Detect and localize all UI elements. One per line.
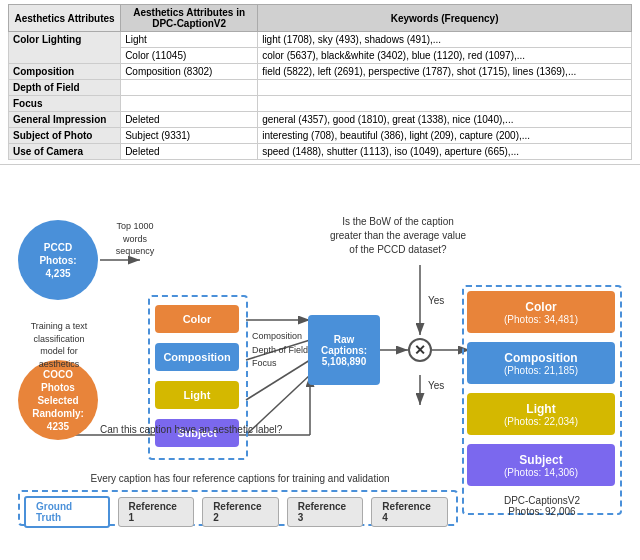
kw-light: light (1708), sky (493), shadows (491),.…	[258, 32, 632, 48]
table-row-section: Focus	[9, 96, 632, 112]
table-row-section: Composition Composition (8302) field (58…	[9, 64, 632, 80]
kw-camera: speed (1488), shutter (1113), iso (1049)…	[258, 144, 632, 160]
kw-dof	[258, 80, 632, 96]
sub-camera: Deleted	[121, 144, 258, 160]
attr-focus: Focus	[9, 96, 121, 112]
diagram-section: PCCD Photos: 4,235 COCO Photos Selected …	[0, 165, 640, 555]
reference-boxes-container: Ground Truth Reference 1 Reference 2 Ref…	[18, 490, 458, 526]
yes-label-bottom: Yes	[428, 380, 444, 391]
kw-subject: interesting (708), beautiful (386), ligh…	[258, 128, 632, 144]
kw-composition: field (5822), left (2691), perspective (…	[258, 64, 632, 80]
result-color-box: Color (Photos: 34,481)	[467, 291, 615, 333]
attr-general: General Impression	[9, 112, 121, 128]
sub-focus	[121, 96, 258, 112]
sub-dof	[121, 80, 258, 96]
kw-general: general (4357), good (1810), great (1338…	[258, 112, 632, 128]
composition-label-box: Composition	[155, 343, 239, 371]
table-row: Subject of Photo Subject (9331) interest…	[9, 128, 632, 144]
reference2-box: Reference 2	[202, 497, 279, 527]
bottom-note: Every caption has four reference caption…	[25, 473, 455, 484]
reference4-box: Reference 4	[371, 497, 448, 527]
light-label-box: Light	[155, 381, 239, 409]
top1000-label: Top 1000wordssequency	[105, 220, 165, 258]
kw-color: color (5637), black&white (3402), blue (…	[258, 48, 632, 64]
attr-composition: Composition	[9, 64, 121, 80]
sub-composition: Composition (8302)	[121, 64, 258, 80]
sub-light: Light	[121, 32, 258, 48]
question2-text: Can this caption have an aesthetic label…	[100, 423, 300, 437]
dpc-label: DPC-CaptionsV2Photos: 92,006	[468, 495, 616, 517]
header-keywords: Keywords (Frequency)	[258, 5, 632, 32]
header-dpc: Aesthetics Attributes in DPC-CaptionV2	[121, 5, 258, 32]
attr-dof: Depth of Field	[9, 80, 121, 96]
attr-camera: Use of Camera	[9, 144, 121, 160]
training-label: Training a textclassificationmodel forae…	[14, 320, 104, 370]
coco-circle: COCO Photos Selected Randomly: 4235	[18, 360, 98, 440]
table-row: Use of Camera Deleted speed (1488), shut…	[9, 144, 632, 160]
result-light-box: Light (Photos: 22,034)	[467, 393, 615, 435]
table-section: Aesthetics Attributes Aesthetics Attribu…	[0, 0, 640, 165]
attr-subject: Subject of Photo	[9, 128, 121, 144]
ground-truth-box: Ground Truth	[24, 496, 110, 528]
table-row-section: Depth of Field	[9, 80, 632, 96]
color-label-box: Color	[155, 305, 239, 333]
sub-general: Deleted	[121, 112, 258, 128]
pccd-circle: PCCD Photos: 4,235	[18, 220, 98, 300]
attr-color-lighting: Color Lighting	[9, 32, 121, 64]
sub-subject: Subject (9331)	[121, 128, 258, 144]
raw-captions-box: Raw Captions: 5,108,890	[308, 315, 380, 385]
reference1-box: Reference 1	[118, 497, 195, 527]
reference3-box: Reference 3	[287, 497, 364, 527]
table-row: General Impression Deleted general (4357…	[9, 112, 632, 128]
yes-label-top: Yes	[428, 295, 444, 306]
result-subject-box: Subject (Photos: 14,306)	[467, 444, 615, 486]
question1-text: Is the BoW of the captiongreater than th…	[318, 215, 478, 257]
multiply-symbol: ✕	[408, 338, 432, 362]
table-row: Color Lighting Light light (1708), sky (…	[9, 32, 632, 48]
sub-color: Color (11045)	[121, 48, 258, 64]
aesthetics-table: Aesthetics Attributes Aesthetics Attribu…	[8, 4, 632, 160]
comp-labels: CompositionDepth of FieldFocus	[252, 330, 308, 371]
result-composition-box: Composition (Photos: 21,185)	[467, 342, 615, 384]
header-attributes: Aesthetics Attributes	[9, 5, 121, 32]
kw-focus	[258, 96, 632, 112]
